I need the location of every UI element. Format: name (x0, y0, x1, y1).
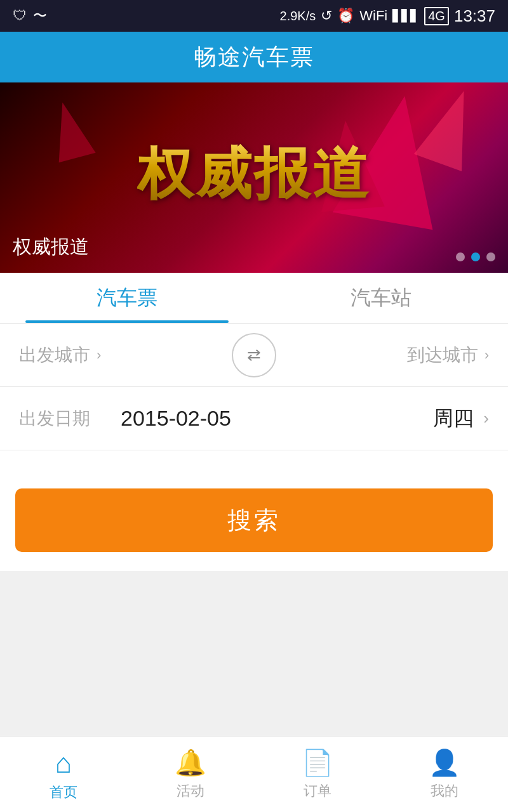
nav-item-activity[interactable]: 🔔 活动 (127, 737, 254, 812)
status-time: 13:37 (454, 6, 495, 26)
swap-icon: ⇄ (247, 345, 261, 365)
alarm-icon: ⏰ (337, 8, 354, 24)
date-value: 2015-02-05 (121, 406, 433, 431)
date-nav-arrow-icon: › (483, 409, 489, 428)
network-speed: 2.9K/s (280, 9, 316, 23)
home-icon: ⌂ (55, 747, 72, 779)
app-header: 畅途汽车票 (0, 32, 508, 82)
city-swap-button[interactable]: ⇄ (232, 333, 276, 377)
status-right: 2.9K/s ↺ ⏰ WiFi ▋▋▋ 4G 13:37 (280, 6, 495, 26)
banner-center-text: 权威报道 (137, 136, 371, 212)
nav-item-mine[interactable]: 👤 我的 (381, 737, 508, 812)
nav-label-mine: 我的 (431, 782, 458, 801)
city-selection-row: 出发城市 › ⇄ 到达城市 › (0, 324, 508, 387)
wifi-signal-icon: WiFi (359, 8, 387, 24)
depart-city-arrow: › (97, 347, 101, 363)
date-weekday: 周四 (433, 405, 474, 433)
search-button-wrapper: 搜索 (0, 488, 508, 571)
banner-dot-3[interactable] (486, 252, 495, 261)
banner-triangle-4 (44, 98, 95, 162)
status-left: 🛡 〜 (13, 6, 47, 25)
tab-station[interactable]: 汽车站 (254, 273, 508, 323)
app-title: 畅途汽车票 (194, 42, 314, 73)
banner[interactable]: 权威报道 权威报道 (0, 82, 508, 273)
nav-label-order: 订单 (304, 782, 331, 801)
date-selection-row[interactable]: 出发日期 2015-02-05 周四 › (0, 387, 508, 450)
tab-ticket[interactable]: 汽车票 (0, 273, 254, 323)
banner-dot-2[interactable] (471, 252, 480, 261)
nav-label-home: 首页 (50, 783, 77, 802)
person-icon: 👤 (429, 748, 460, 778)
search-button[interactable]: 搜索 (15, 488, 493, 552)
depart-city-label: 出发城市 (19, 343, 90, 367)
nav-item-order[interactable]: 📄 订单 (254, 737, 381, 812)
arrive-city-selector[interactable]: 到达城市 › (283, 343, 489, 367)
bottom-navigation: ⌂ 首页 🔔 活动 📄 订单 👤 我的 (0, 736, 508, 812)
shield-icon: 🛡 (13, 8, 27, 24)
banner-label: 权威报道 (13, 234, 89, 260)
form-spacer (0, 450, 508, 488)
sync-icon: ↺ (321, 8, 332, 24)
main-content-area (0, 571, 508, 761)
nav-item-home[interactable]: ⌂ 首页 (0, 737, 127, 812)
tab-bar: 汽车票 汽车站 (0, 273, 508, 324)
banner-triangle-3 (414, 82, 488, 171)
bell-icon: 🔔 (175, 748, 206, 778)
arrive-city-arrow: › (485, 347, 489, 363)
wifi-icon: 〜 (33, 6, 47, 25)
signal-bars-icon: ▋▋▋ (392, 9, 419, 23)
banner-dot-1[interactable] (456, 252, 465, 261)
nav-label-activity: 活动 (177, 782, 204, 801)
date-label: 出发日期 (19, 407, 121, 431)
status-bar: 🛡 〜 2.9K/s ↺ ⏰ WiFi ▋▋▋ 4G 13:37 (0, 0, 508, 32)
battery-icon: 4G (424, 7, 449, 25)
arrive-city-label: 到达城市 (407, 343, 478, 367)
banner-pagination (456, 252, 495, 261)
depart-city-selector[interactable]: 出发城市 › (19, 343, 225, 367)
doc-icon: 📄 (302, 748, 333, 778)
